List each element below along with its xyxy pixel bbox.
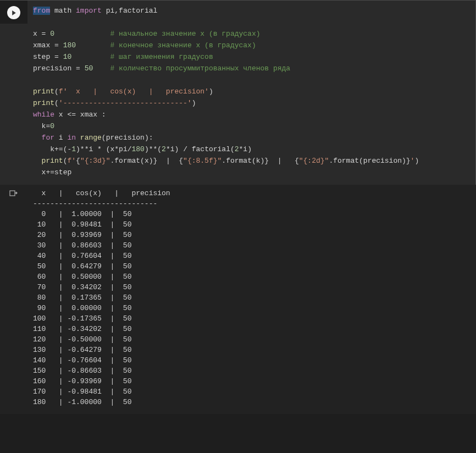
var-step: step xyxy=(33,53,50,61)
output-header: x | cos(x) | precision xyxy=(33,189,170,197)
run-button[interactable] xyxy=(7,6,20,19)
output-line: 100 | -0.17365 | 50 xyxy=(33,314,131,323)
kw-from: from xyxy=(33,7,50,15)
output-area: x | cos(x) | precision -----------------… xyxy=(27,188,476,414)
fn-range: range xyxy=(80,134,102,142)
var-xmax: xmax xyxy=(33,41,50,49)
output-gutter xyxy=(0,188,27,199)
output-line: 180 | -1.00000 | 50 xyxy=(33,398,131,406)
collapse-output-icon[interactable] xyxy=(9,189,19,199)
comment: # конечное значение x (в градусах) xyxy=(110,41,256,49)
output-line: 40 | 0.76604 | 50 xyxy=(33,252,131,260)
fn-print: print xyxy=(33,99,54,107)
output-line: 140 | -0.76604 | 50 xyxy=(33,356,131,364)
kw-while: while xyxy=(33,111,54,119)
fn-print: print xyxy=(33,87,54,96)
output-line: 0 | 1.00000 | 50 xyxy=(33,210,131,218)
code-editor[interactable]: from math import pi,factorial x = 0 # на… xyxy=(27,1,475,185)
output-line: 70 | 0.34202 | 50 xyxy=(33,283,131,291)
output-line: 20 | 0.93969 | 50 xyxy=(33,231,131,239)
output-line: 90 | 0.00000 | 50 xyxy=(33,304,131,312)
var-precision: precision xyxy=(33,64,71,73)
code-cell: from math import pi,factorial x = 0 # на… xyxy=(0,0,476,185)
play-icon xyxy=(11,10,17,16)
output-line: 110 | -0.34202 | 50 xyxy=(33,325,131,333)
output-line: 60 | 0.50000 | 50 xyxy=(33,273,131,281)
output-line: 10 | 0.98481 | 50 xyxy=(33,220,131,229)
notebook-cell: from math import pi,factorial x = 0 # на… xyxy=(0,0,476,414)
kw-in: in xyxy=(67,134,76,142)
comment: # шаг изменения градусов xyxy=(110,53,213,61)
import-names: pi,factorial xyxy=(106,7,158,15)
var-x: x xyxy=(33,30,37,38)
output-row: x | cos(x) | precision -----------------… xyxy=(0,185,476,414)
output-line: 80 | 0.17365 | 50 xyxy=(33,294,131,302)
svg-rect-0 xyxy=(10,191,15,196)
output-line: 50 | 0.64279 | 50 xyxy=(33,262,131,270)
run-gutter xyxy=(0,1,27,24)
kw-import: import xyxy=(76,7,102,15)
output-line: 120 | -0.50000 | 50 xyxy=(33,335,131,344)
output-sep: ----------------------------- xyxy=(33,200,157,208)
fn-print: print xyxy=(42,157,63,165)
kw-for: for xyxy=(42,134,54,142)
comment: # начальное значение x (в градусах) xyxy=(110,30,260,38)
output-line: 160 | -0.93969 | 50 xyxy=(33,377,131,385)
output-line: 30 | 0.86603 | 50 xyxy=(33,241,131,250)
mod-math: math xyxy=(54,7,71,15)
comment: # количество просуммитрованных членов ря… xyxy=(110,64,290,73)
output-line: 170 | -0.98481 | 50 xyxy=(33,388,131,396)
output-line: 150 | -0.86603 | 50 xyxy=(33,367,131,375)
output-line: 130 | -0.64279 | 50 xyxy=(33,346,131,354)
